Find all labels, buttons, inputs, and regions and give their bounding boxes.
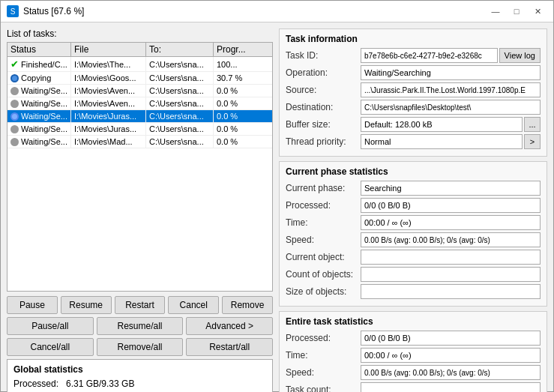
- cancel-all-button[interactable]: Cancel/all: [7, 338, 94, 356]
- thread-options-button[interactable]: >: [524, 134, 541, 149]
- thread-value: Normal: [361, 134, 523, 149]
- table-row[interactable]: Waiting/Se... I:\Movies\Juras... C:\User…: [7, 123, 272, 136]
- processed-value: 6.31 GB/9.33 GB: [66, 379, 266, 389]
- cell-progress: 0.0 %: [214, 97, 266, 109]
- restart-all-button[interactable]: Restart/all: [186, 338, 273, 356]
- size-objects-label: Size of objects:: [286, 286, 361, 297]
- current-object-label: Current object:: [286, 252, 361, 262]
- task-count-value: [361, 382, 541, 392]
- title-bar: S Status [67.6 %] — □ ✕: [1, 1, 553, 22]
- cell-status: Waiting/Se...: [7, 123, 71, 135]
- task-count-row: Task count:: [286, 382, 541, 392]
- maximize-button[interactable]: □: [507, 4, 526, 19]
- resume-all-button[interactable]: Resume/all: [97, 317, 184, 335]
- global-statistics: Global statistics Processed: 6.31 GB/9.3…: [7, 359, 273, 392]
- thread-row: Thread priority: Normal >: [286, 134, 541, 149]
- col-status: Status: [7, 43, 71, 56]
- cell-progress: 0.0 %: [214, 136, 266, 148]
- pause-all-button[interactable]: Pause/all: [7, 317, 94, 335]
- buffer-options-button[interactable]: ...: [524, 117, 541, 132]
- phase-speed-value: 0.00 B/s (avg: 0.00 B/s); 0/s (avg: 0/s): [361, 232, 541, 247]
- task-list-label: List of tasks:: [7, 28, 273, 39]
- remove-button[interactable]: Remove: [222, 296, 273, 314]
- window-title: Status [67.6 %]: [23, 6, 84, 16]
- cell-file: I:\Movies\Aven...: [71, 85, 146, 97]
- current-phase-value: Searching: [361, 181, 541, 196]
- cancel-button[interactable]: Cancel: [168, 296, 219, 314]
- cell-status: Waiting/Se...: [7, 85, 71, 97]
- task-info-section: Task information Task ID: b7e78e6b-c6e2-…: [279, 28, 547, 157]
- phase-time-value: 00:00 / ∞ (∞): [361, 215, 541, 230]
- destination-label: Destination:: [286, 102, 361, 112]
- status-icon-wait: [10, 100, 19, 108]
- task-count-label: Task count:: [286, 385, 361, 392]
- entire-processed-label: Processed:: [286, 333, 361, 343]
- app-icon: S: [7, 5, 19, 17]
- cell-status: Waiting/Se...: [7, 110, 71, 122]
- status-icon-active: [10, 112, 19, 121]
- phase-time-row: Time: 00:00 / ∞ (∞): [286, 215, 541, 230]
- status-icon-wait: [10, 138, 19, 146]
- view-log-button[interactable]: View log: [499, 48, 541, 63]
- task-id-value-box: b7e78e6b-c6e2-4277-b9e2-e3268c View log: [361, 48, 541, 63]
- cell-to: C:\Users\sna...: [146, 136, 214, 148]
- pause-button[interactable]: Pause: [7, 296, 58, 314]
- left-panel: List of tasks: Status File To: Progr... …: [7, 28, 273, 392]
- cell-to: C:\Users\sna...: [146, 57, 214, 71]
- entire-time-label: Time:: [286, 350, 361, 361]
- cell-file: I:\Movies\Juras...: [71, 110, 146, 122]
- count-objects-row: Count of objects:: [286, 267, 541, 282]
- cell-to: C:\Users\sna...: [146, 123, 214, 135]
- advanced-button[interactable]: Advanced >: [186, 317, 273, 335]
- table-row[interactable]: Waiting/Se... I:\Movies\Aven... C:\Users…: [7, 85, 272, 97]
- remove-all-button[interactable]: Remove/all: [97, 338, 184, 356]
- operation-value: Waiting/Searching: [361, 65, 541, 80]
- current-phase-label: Current phase:: [286, 183, 361, 193]
- buffer-value: Default: 128.00 kB: [361, 117, 523, 132]
- processed-stat-row: Processed: 6.31 GB/9.33 GB: [13, 379, 266, 389]
- task-id-value: b7e78e6b-c6e2-4277-b9e2-e3268c: [361, 48, 498, 63]
- status-icon-copy: [10, 74, 19, 82]
- buffer-value-box: Default: 128.00 kB ...: [361, 117, 541, 132]
- phase-processed-row: Processed: 0/0 (0 B/0 B): [286, 198, 541, 213]
- cell-file: I:\Movies\The...: [71, 57, 146, 71]
- count-objects-label: Count of objects:: [286, 269, 361, 280]
- current-phase-row: Current phase: Searching: [286, 181, 541, 196]
- cell-status: Waiting/Se...: [7, 97, 71, 109]
- task-id-row: Task ID: b7e78e6b-c6e2-4277-b9e2-e3268c …: [286, 48, 541, 63]
- size-objects-row: Size of objects:: [286, 284, 541, 299]
- phase-speed-label: Speed:: [286, 235, 361, 245]
- phase-stats-title: Current phase statistics: [286, 166, 541, 177]
- source-row: Source: ...\Jurassic.Park.II.The.Lost.Wo…: [286, 82, 541, 97]
- close-button[interactable]: ✕: [528, 4, 547, 19]
- buffer-label: Buffer size:: [286, 119, 361, 130]
- task-info-title: Task information: [286, 34, 541, 44]
- entire-time-row: Time: 00:00 / ∞ (∞): [286, 348, 541, 363]
- title-bar-left: S Status [67.6 %]: [7, 5, 84, 17]
- cell-file: I:\Movies\Aven...: [71, 97, 146, 109]
- table-row[interactable]: Waiting/Se... I:\Movies\Mad... C:\Users\…: [7, 136, 272, 148]
- restart-button[interactable]: Restart: [115, 296, 166, 314]
- cell-progress: 0.0 %: [214, 123, 266, 135]
- cell-to: C:\Users\sna...: [146, 85, 214, 97]
- status-icon-wait: [10, 87, 19, 95]
- table-row[interactable]: Copying I:\Movies\Goos... C:\Users\sna..…: [7, 72, 272, 85]
- cell-to: C:\Users\sna...: [146, 97, 214, 109]
- table-row[interactable]: Waiting/Se... I:\Movies\Aven... C:\Users…: [7, 97, 272, 110]
- destination-value: C:\Users\snapfiles\Desktop\test\: [361, 100, 541, 115]
- size-objects-value: [361, 284, 541, 299]
- cell-progress: 0.0 %: [214, 110, 266, 122]
- col-progress: Progr...: [214, 43, 266, 56]
- minimize-button[interactable]: —: [486, 4, 505, 19]
- cell-progress: 0.0 %: [214, 85, 266, 97]
- table-row[interactable]: Waiting/Se... I:\Movies\Juras... C:\User…: [7, 110, 272, 123]
- cell-status: ✔ Finished/C...: [7, 57, 71, 71]
- table-row[interactable]: ✔ Finished/C... I:\Movies\The... C:\User…: [7, 57, 272, 72]
- cell-to: C:\Users\sna...: [146, 72, 214, 84]
- table-header: Status File To: Progr...: [7, 43, 272, 57]
- resume-button[interactable]: Resume: [61, 296, 112, 314]
- global-stats-title: Global statistics: [13, 364, 266, 375]
- phase-processed-label: Processed:: [286, 200, 361, 211]
- destination-row: Destination: C:\Users\snapfiles\Desktop\…: [286, 100, 541, 115]
- source-label: Source:: [286, 85, 361, 95]
